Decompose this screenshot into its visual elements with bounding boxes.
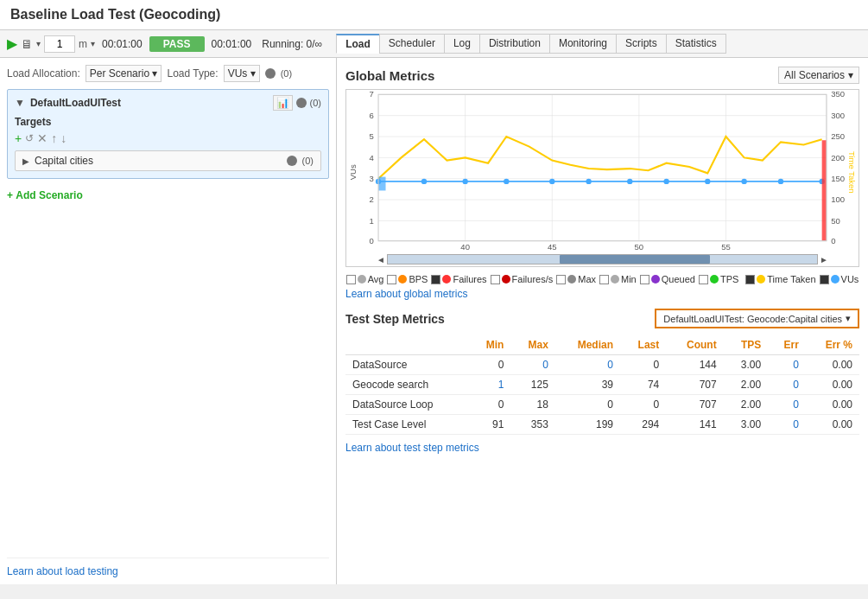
svg-point-35 (462, 179, 467, 184)
legend-time-taken[interactable]: Time Taken (745, 274, 815, 284)
legend-failures-s[interactable]: Failures/s (491, 274, 554, 284)
legend-avg[interactable]: Avg (346, 274, 384, 284)
legend-failures[interactable]: Failures (431, 274, 486, 284)
min-checkbox[interactable] (599, 275, 609, 284)
scroll-left-arrow[interactable]: ◄ (377, 255, 385, 264)
svg-text:2: 2 (369, 194, 373, 204)
tab-log[interactable]: Log (444, 34, 479, 54)
legend-max[interactable]: Max (556, 274, 596, 284)
tps-label: TPS (720, 274, 738, 284)
tab-statistics[interactable]: Statistics (666, 34, 726, 54)
scenario-collapse-icon[interactable]: ▼ (15, 97, 25, 109)
scenario-header: ▼ DefaultLoadUITest 📊 (0) (8, 90, 328, 116)
legend-vus[interactable]: VUs (820, 274, 859, 284)
load-allocation-select[interactable]: Per Scenario ▾ (86, 65, 162, 82)
global-metrics-header: Global Metrics All Scenarios ▾ (345, 67, 859, 84)
vu-input[interactable] (44, 35, 75, 53)
svg-text:350: 350 (831, 90, 845, 99)
scenario-box: ▼ DefaultLoadUITest 📊 (0) Targets + ↺ ✕ … (7, 89, 329, 179)
svg-text:100: 100 (831, 194, 845, 204)
tab-scripts[interactable]: Scripts (616, 34, 666, 54)
learn-load-testing-link[interactable]: Learn about load testing (7, 565, 118, 577)
col-max: Max (510, 335, 555, 355)
title-bar: Baseline Load Test (Geocoding) (0, 0, 868, 30)
row-err: 0 (768, 355, 806, 375)
add-target-button[interactable]: + (15, 131, 22, 145)
svg-text:45: 45 (548, 242, 557, 250)
col-median: Median (555, 335, 620, 355)
legend-queued[interactable]: Queued (640, 274, 695, 284)
scenario-selector-dropdown[interactable]: DefaultLoadUITest: Geocode:Capital citie… (655, 309, 859, 328)
targets-label: Targets (15, 116, 321, 128)
row-err: 0 (768, 375, 806, 395)
load-type-select[interactable]: VUs ▾ (224, 65, 260, 82)
col-name (345, 335, 469, 355)
tps-checkbox[interactable] (699, 275, 708, 284)
queued-checkbox[interactable] (640, 275, 649, 284)
col-min: Min (469, 335, 510, 355)
table-header-row: Min Max Median Last Count TPS Err Err % (345, 335, 859, 355)
col-tps: TPS (724, 335, 769, 355)
svg-text:0: 0 (369, 236, 373, 245)
avg-checkbox[interactable] (346, 275, 356, 284)
play-button[interactable]: ▶ (7, 35, 17, 52)
unit-dropdown[interactable]: ▾ (91, 39, 95, 48)
scenario-chart-icon[interactable]: 📊 (273, 95, 293, 111)
svg-text:40: 40 (460, 242, 470, 250)
table-row: Geocode search 1 125 39 74 707 2.00 0 0.… (345, 375, 859, 395)
global-metrics-chart: 7 6 5 4 3 2 1 0 VUs 350 300 250 200 150 … (346, 90, 858, 250)
failures-s-checkbox[interactable] (491, 275, 500, 284)
add-scenario-button[interactable]: + Add Scenario (7, 186, 329, 205)
bps-checkbox[interactable] (387, 275, 396, 284)
move-up-button[interactable]: ↑ (51, 131, 57, 145)
main-content: Load Allocation: Per Scenario ▾ Load Typ… (0, 58, 868, 584)
unit-label: m (79, 38, 87, 50)
monitor-dropdown[interactable]: ▾ (36, 39, 41, 48)
scroll-right-arrow[interactable]: ► (820, 255, 828, 264)
min-label: Min (621, 274, 637, 284)
target-actions: + ↺ ✕ ↑ ↓ (15, 131, 321, 145)
failures-checkbox[interactable] (431, 275, 440, 284)
svg-point-40 (663, 179, 668, 184)
row-max: 353 (510, 415, 555, 435)
bps-label: BPS (409, 274, 428, 284)
row-count: 144 (666, 355, 723, 375)
tab-monitoring[interactable]: Monitoring (549, 34, 616, 54)
load-status-dot (265, 68, 276, 79)
time-taken-checkbox[interactable] (745, 275, 755, 284)
refresh-target-button[interactable]: ↺ (25, 131, 34, 145)
col-err: Err (768, 335, 806, 355)
max-checkbox[interactable] (556, 275, 566, 284)
legend-bps[interactable]: BPS (387, 274, 428, 284)
min-dot (611, 275, 619, 284)
row-err: 0 (768, 415, 806, 435)
tab-distribution[interactable]: Distribution (479, 34, 549, 54)
global-metrics-title: Global Metrics (345, 68, 434, 83)
target-expand-icon[interactable]: ▶ (22, 156, 29, 166)
add-icon: + (7, 189, 13, 201)
row-tps: 2.00 (724, 395, 769, 415)
row-min: 91 (469, 415, 510, 435)
all-scenarios-dropdown[interactable]: All Scenarios ▾ (778, 67, 859, 84)
time-taken-label: Time Taken (767, 274, 815, 284)
row-min: 1 (469, 375, 510, 395)
targets-section: Targets + ↺ ✕ ↑ ↓ ▶ Capital cities (0) (8, 116, 328, 178)
col-err-pct: Err % (806, 335, 859, 355)
learn-global-metrics-link[interactable]: Learn about global metrics (345, 288, 859, 300)
svg-text:50: 50 (635, 242, 644, 250)
chart-scrollbar[interactable]: ◄ ► (346, 252, 858, 266)
row-err-pct: 0.00 (806, 375, 859, 395)
vus-checkbox[interactable] (820, 275, 829, 284)
legend-min[interactable]: Min (599, 274, 637, 284)
load-type-label: Load Type: (167, 67, 218, 80)
row-tps: 3.00 (724, 355, 769, 375)
legend-tps[interactable]: TPS (699, 274, 738, 284)
tab-scheduler[interactable]: Scheduler (379, 34, 444, 54)
delete-target-button[interactable]: ✕ (37, 131, 48, 145)
bps-dot (398, 275, 407, 284)
learn-step-metrics-link[interactable]: Learn about test step metrics (345, 442, 859, 454)
row-err: 0 (768, 395, 806, 415)
tab-load[interactable]: Load (336, 34, 379, 54)
move-down-button[interactable]: ↓ (60, 131, 67, 145)
svg-text:Time Taken: Time Taken (847, 151, 857, 194)
